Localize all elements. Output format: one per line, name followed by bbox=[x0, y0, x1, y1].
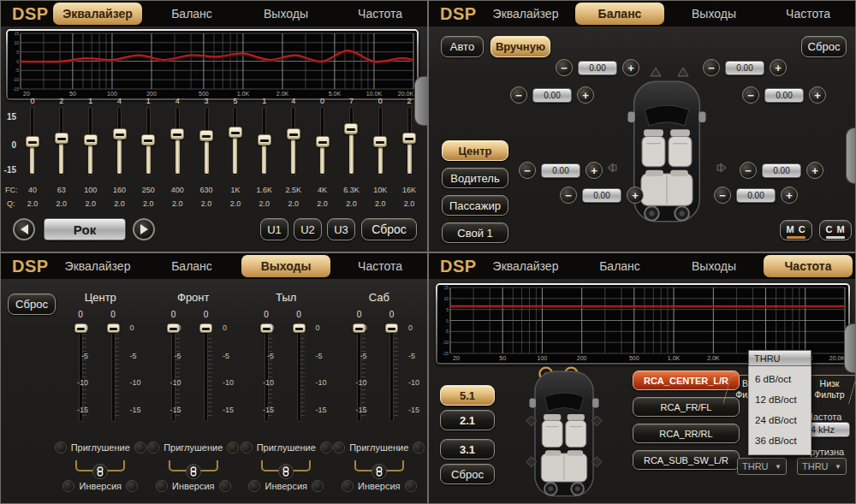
frequency-reset-button[interactable]: Сброс bbox=[440, 464, 495, 484]
speaker-mode-button[interactable]: 2.1 bbox=[440, 410, 495, 430]
tab-outputs[interactable]: Выходы bbox=[669, 255, 758, 277]
tab-equalizer[interactable]: Эквалайзер bbox=[53, 3, 142, 25]
invert-lamp-left[interactable] bbox=[342, 480, 354, 492]
balance-position-button[interactable]: Свой 1 bbox=[442, 222, 508, 243]
link-channels-icon[interactable] bbox=[278, 464, 294, 479]
slider-handle[interactable] bbox=[84, 134, 98, 145]
tab-balance[interactable]: Баланс bbox=[147, 3, 236, 25]
eq-band-slider[interactable] bbox=[134, 108, 163, 175]
eq-band-slider[interactable] bbox=[250, 108, 279, 175]
invert-lamp-left[interactable] bbox=[248, 480, 260, 492]
mc-button[interactable]: M C bbox=[780, 220, 812, 240]
eq-band-slider[interactable] bbox=[163, 108, 192, 175]
tab-balance[interactable]: Баланс bbox=[575, 3, 664, 25]
balance-manual-button[interactable]: Вручную bbox=[490, 36, 550, 57]
delay-minus-button[interactable]: − bbox=[740, 162, 757, 179]
slider-handle[interactable] bbox=[113, 128, 127, 139]
eq-band-slider[interactable] bbox=[308, 108, 337, 175]
eq-band-slider[interactable] bbox=[47, 108, 76, 175]
output-slider[interactable] bbox=[387, 323, 397, 421]
link-channels-icon[interactable] bbox=[92, 464, 108, 479]
tab-outputs[interactable]: Выходы bbox=[241, 255, 330, 277]
slider-handle[interactable] bbox=[170, 128, 184, 139]
preset-prev-button[interactable] bbox=[13, 218, 35, 240]
slider-handle[interactable] bbox=[141, 134, 155, 145]
tab-balance[interactable]: Баланс bbox=[575, 255, 664, 277]
tab-balance[interactable]: Баланс bbox=[147, 255, 236, 277]
slider-handle[interactable] bbox=[344, 123, 358, 134]
eq-band-slider[interactable] bbox=[279, 108, 308, 175]
delay-plus-button[interactable]: + bbox=[806, 162, 823, 179]
eq-band-slider[interactable] bbox=[336, 108, 366, 175]
output-slider[interactable] bbox=[294, 323, 304, 421]
slider-handle[interactable] bbox=[55, 133, 68, 144]
delay-minus-button[interactable]: − bbox=[703, 59, 720, 76]
invert-lamp-right[interactable] bbox=[312, 480, 324, 492]
balance-reset-button[interactable]: Сброс bbox=[801, 36, 847, 57]
eq-band-slider[interactable] bbox=[76, 108, 105, 175]
tab-low-pass-filter[interactable]: Низк Фильтр bbox=[805, 375, 853, 404]
delay-minus-button[interactable]: − bbox=[560, 187, 577, 204]
mute-lamp-right[interactable] bbox=[134, 442, 146, 454]
slider-handle[interactable] bbox=[385, 323, 398, 333]
tab-equalizer[interactable]: Эквалайзер bbox=[481, 3, 570, 25]
outputs-reset-button[interactable]: Сброс bbox=[8, 294, 56, 315]
mute-lamp-left[interactable] bbox=[241, 442, 253, 454]
tab-equalizer[interactable]: Эквалайзер bbox=[53, 255, 142, 277]
preset-next-button[interactable] bbox=[133, 218, 155, 240]
eq-band-slider[interactable] bbox=[18, 108, 47, 175]
edge-handle[interactable] bbox=[846, 127, 856, 184]
memory-button-u1[interactable]: U1 bbox=[260, 218, 288, 240]
rca-channel-button[interactable]: RCA_RR/RL bbox=[633, 424, 740, 443]
mute-lamp-left[interactable] bbox=[333, 442, 345, 454]
delay-plus-button[interactable]: + bbox=[586, 162, 603, 179]
link-channels-icon[interactable] bbox=[186, 464, 201, 479]
slope-select-left[interactable]: THRU▼ bbox=[737, 458, 787, 475]
delay-plus-button[interactable]: + bbox=[627, 187, 644, 204]
slider-handle[interactable] bbox=[229, 127, 242, 138]
slider-handle[interactable] bbox=[199, 130, 213, 141]
dropdown-selected-value[interactable]: THRU bbox=[748, 350, 811, 366]
dropdown-option[interactable]: 12 dB/oct bbox=[749, 389, 811, 410]
invert-lamp-right[interactable] bbox=[405, 480, 417, 492]
delay-plus-button[interactable]: + bbox=[770, 59, 787, 76]
tab-equalizer[interactable]: Эквалайзер bbox=[481, 255, 570, 277]
tab-frequency[interactable]: Частота bbox=[764, 255, 853, 277]
cm-button[interactable]: C M bbox=[819, 220, 852, 240]
dropdown-option[interactable]: 36 dB/oct bbox=[749, 430, 811, 451]
delay-minus-button[interactable]: − bbox=[714, 187, 731, 204]
output-slider[interactable] bbox=[201, 323, 211, 421]
eq-band-slider[interactable] bbox=[366, 108, 395, 175]
preset-display[interactable]: Рок bbox=[44, 218, 126, 240]
invert-lamp-left[interactable] bbox=[156, 480, 168, 492]
slider-handle[interactable] bbox=[293, 323, 306, 333]
mute-lamp-right[interactable] bbox=[413, 442, 425, 454]
speaker-mode-button[interactable]: 5.1 bbox=[440, 385, 495, 406]
eq-band-slider[interactable] bbox=[105, 108, 134, 175]
slider-handle[interactable] bbox=[199, 323, 212, 333]
tab-outputs[interactable]: Выходы bbox=[241, 3, 330, 25]
edge-handle[interactable] bbox=[414, 76, 428, 126]
delay-plus-button[interactable]: + bbox=[622, 59, 639, 76]
balance-auto-button[interactable]: Авто bbox=[441, 36, 484, 57]
slider-handle[interactable] bbox=[402, 133, 416, 144]
delay-plus-button[interactable]: + bbox=[809, 86, 826, 104]
invert-lamp-right[interactable] bbox=[126, 480, 138, 492]
tab-outputs[interactable]: Выходы bbox=[669, 3, 758, 25]
mute-lamp-left[interactable] bbox=[147, 442, 159, 454]
slider-handle[interactable] bbox=[26, 136, 39, 147]
eq-band-slider[interactable] bbox=[221, 108, 250, 175]
slope-select-right[interactable]: THRU▼ bbox=[797, 458, 847, 475]
slider-handle[interactable] bbox=[107, 323, 120, 333]
eq-band-slider[interactable] bbox=[192, 108, 221, 175]
eq-reset-button[interactable]: Сброс bbox=[361, 218, 417, 240]
delay-minus-button[interactable]: − bbox=[742, 86, 759, 104]
rca-channel-button[interactable]: RCA_CENTER_L/R bbox=[633, 371, 740, 390]
tab-frequency[interactable]: Частота bbox=[336, 255, 425, 277]
slider-handle[interactable] bbox=[258, 134, 271, 145]
mute-lamp-left[interactable] bbox=[55, 442, 67, 454]
slider-handle[interactable] bbox=[373, 136, 387, 147]
mute-lamp-right[interactable] bbox=[227, 442, 239, 454]
mute-lamp-right[interactable] bbox=[320, 442, 332, 454]
speaker-mode-button[interactable]: 3.1 bbox=[440, 439, 495, 460]
